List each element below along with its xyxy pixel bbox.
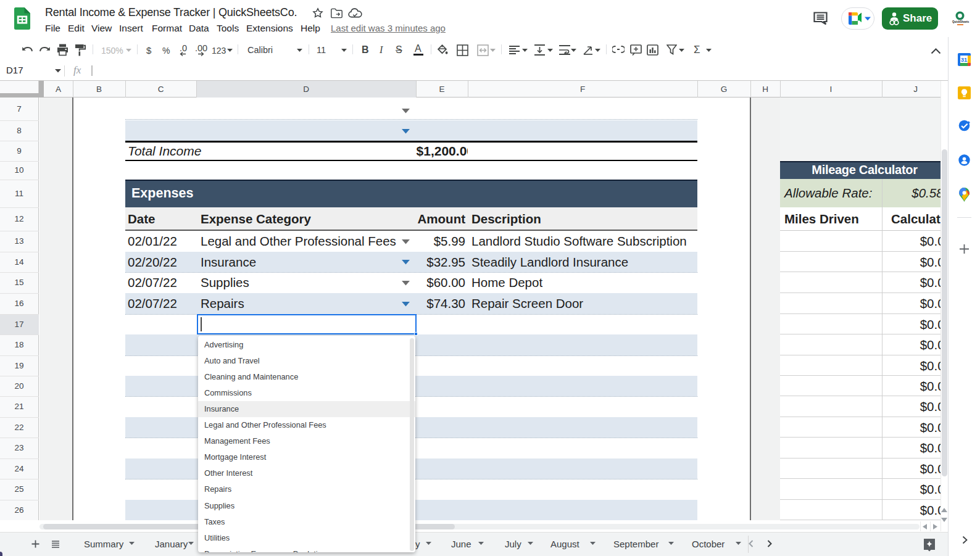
svg-text:31: 31	[961, 56, 968, 63]
